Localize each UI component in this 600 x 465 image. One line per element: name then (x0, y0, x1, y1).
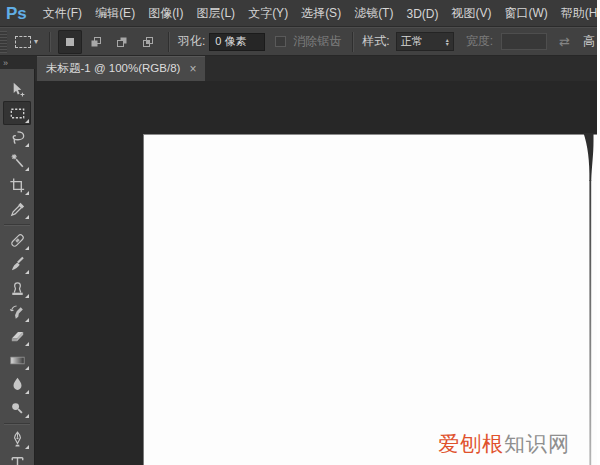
menu-bar: Ps 文件(F)编辑(E)图像(I)图层(L)文字(Y)选择(S)滤镜(T)3D… (0, 0, 597, 27)
double-arrow-icon: » (3, 58, 7, 68)
watermark-rest: 知识网 (504, 432, 570, 455)
options-bar: ▾ (0, 27, 597, 56)
chevron-down-icon: ▾ (34, 37, 38, 46)
flyout-indicator-icon (25, 366, 29, 370)
flyout-indicator-icon (25, 215, 29, 219)
watermark-highlight: 爱刨根 (438, 432, 504, 455)
flyout-indicator-icon (25, 191, 29, 195)
tool-healing-brush-icon[interactable] (3, 228, 31, 252)
flyout-indicator-icon (25, 390, 29, 394)
menu-item[interactable]: 图层(L) (194, 3, 237, 24)
document-tab[interactable]: 未标题-1 @ 100%(RGB/8) × (37, 56, 205, 81)
tool-pen-icon[interactable] (3, 427, 31, 451)
menu-item[interactable]: 图像(I) (146, 3, 185, 24)
intersect-selection-button[interactable] (136, 30, 160, 54)
tool-history-brush-icon[interactable] (3, 300, 31, 324)
menu-item[interactable]: 文字(Y) (246, 3, 290, 24)
tool-separator (4, 224, 30, 225)
tool-eraser-icon[interactable] (3, 324, 31, 348)
feather-label: 羽化: (178, 33, 205, 50)
collapse-panel-button[interactable]: » (0, 56, 35, 69)
menu-item[interactable]: 窗口(W) (502, 3, 549, 24)
add-to-selection-icon (88, 34, 104, 50)
menu-item[interactable]: 3D(D) (404, 5, 440, 23)
subtract-from-selection-button[interactable] (110, 30, 134, 54)
swap-dimensions-icon[interactable]: ⇄ (559, 34, 570, 49)
document-tab-close-icon[interactable]: × (189, 62, 196, 76)
flyout-indicator-icon (25, 119, 29, 123)
menu-item[interactable]: 滤镜(T) (352, 3, 395, 24)
feather-value: 0 像素 (215, 34, 246, 49)
tool-separator (4, 423, 30, 424)
options-bar-grip (0, 31, 7, 53)
flyout-indicator-icon (25, 318, 29, 322)
photoshop-window: Ps 文件(F)编辑(E)图像(I)图层(L)文字(Y)选择(S)滤镜(T)3D… (0, 0, 597, 465)
tool-clone-stamp-icon[interactable] (3, 276, 31, 300)
flyout-indicator-icon (25, 414, 29, 418)
tool-eyedropper-icon[interactable] (3, 197, 31, 221)
menu-item[interactable]: 帮助(H) (559, 3, 597, 24)
tool-brush-icon[interactable] (3, 252, 31, 276)
menu-items: 文件(F)编辑(E)图像(I)图层(L)文字(Y)选择(S)滤镜(T)3D(D)… (41, 3, 597, 24)
tool-blur-icon[interactable] (3, 372, 31, 396)
tools-list (0, 69, 35, 465)
style-value: 正常 (401, 34, 423, 49)
menu-item[interactable]: 视图(V) (449, 3, 493, 24)
height-label: 高 (583, 33, 595, 50)
intersect-selection-icon (140, 34, 156, 50)
width-label: 宽度: (466, 33, 493, 50)
new-selection-icon (62, 34, 78, 50)
separator (49, 32, 50, 52)
document-tab-title: 未标题-1 @ 100%(RGB/8) (46, 61, 180, 76)
feather-input[interactable]: 0 像素 (209, 33, 265, 51)
tool-gradient-icon[interactable] (3, 348, 31, 372)
menu-item[interactable]: 文件(F) (41, 3, 84, 24)
style-dropdown[interactable]: 正常 ▴▾ (396, 32, 454, 51)
screenshot-stage: Ps 文件(F)编辑(E)图像(I)图层(L)文字(Y)选择(S)滤镜(T)3D… (0, 0, 600, 465)
tool-dodge-icon[interactable] (3, 396, 31, 420)
flyout-indicator-icon (25, 445, 29, 449)
tool-type-icon[interactable] (3, 451, 31, 465)
document-canvas[interactable] (143, 134, 597, 465)
tool-rectangular-marquee-icon[interactable] (3, 101, 31, 125)
updown-arrows-icon: ▴▾ (446, 38, 449, 46)
width-input[interactable] (501, 33, 547, 50)
tool-lasso-icon[interactable] (3, 125, 31, 149)
antialias-label: 消除锯齿 (293, 33, 341, 50)
style-label: 样式: (362, 33, 389, 50)
flyout-indicator-icon (25, 270, 29, 274)
tool-crop-icon[interactable] (3, 173, 31, 197)
tool-move-icon[interactable] (3, 77, 31, 101)
new-selection-button[interactable] (58, 30, 82, 54)
tools-panel: » (0, 56, 35, 465)
flyout-indicator-icon (25, 167, 29, 171)
site-watermark: 爱刨根知识网 (438, 430, 570, 458)
menu-item[interactable]: 编辑(E) (93, 3, 137, 24)
flyout-indicator-icon (25, 143, 29, 147)
add-to-selection-button[interactable] (84, 30, 108, 54)
tool-magic-wand-icon[interactable] (3, 149, 31, 173)
flyout-indicator-icon (25, 246, 29, 250)
antialias-checkbox[interactable] (275, 36, 286, 47)
subtract-from-selection-icon (114, 34, 130, 50)
tool-preset-button[interactable]: ▾ (11, 33, 42, 51)
menu-item[interactable]: 选择(S) (299, 3, 343, 24)
flyout-indicator-icon (25, 294, 29, 298)
separator (352, 32, 353, 52)
flyout-indicator-icon (25, 342, 29, 346)
marquee-preset-icon (15, 36, 31, 48)
photoshop-logo: Ps (6, 4, 27, 24)
separator (168, 32, 169, 52)
